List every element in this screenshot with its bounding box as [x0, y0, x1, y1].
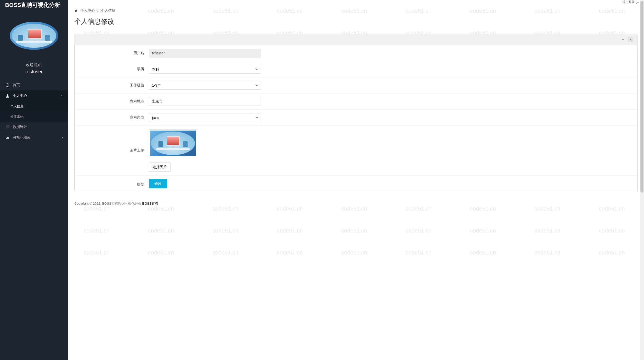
field-submit: 修改	[149, 179, 261, 188]
svg-rect-7	[6, 138, 7, 139]
field-city	[149, 97, 261, 106]
svg-rect-9	[8, 137, 9, 139]
sidebar-item-label: 个人中心	[13, 94, 27, 98]
footer: Copyright © 2022. BOSS直聘数据可视化分析 BOSS直聘	[68, 197, 644, 214]
nav-list: 首页个人中心个人信息修改密码数据统计可视化图表	[0, 80, 68, 143]
welcome-label: 欢迎回来,	[0, 63, 68, 67]
experience-select[interactable]: 1-3年	[149, 81, 261, 90]
label-education: 学历	[80, 67, 149, 72]
field-position: java	[149, 113, 261, 122]
form-row-position: 意向岗位java	[75, 109, 637, 125]
image-preview-wrap	[149, 129, 197, 157]
form-row-submit: 提交修改	[75, 175, 637, 192]
form-body: 用户名学历本科工作经验1-3年意向城市意向岗位java图片上传选择图片提交修改	[75, 45, 637, 192]
logout-label: 退出登录	[623, 0, 635, 4]
sidebar-item-2[interactable]: 数据统计	[0, 122, 68, 132]
welcome-user: testuser	[0, 69, 68, 75]
city-input[interactable]	[149, 97, 261, 106]
form-row-experience: 工作经验1-3年	[75, 77, 637, 93]
chevron-down-icon	[61, 94, 63, 98]
svg-rect-8	[7, 137, 8, 139]
label-city: 意向城市	[80, 99, 149, 104]
field-image: 选择图片	[149, 129, 261, 172]
form-row-username: 用户名	[75, 45, 637, 61]
field-education: 本科	[149, 65, 261, 74]
sidebar-item-label: 首页	[13, 83, 20, 87]
close-panel-button[interactable]: ×	[628, 37, 634, 42]
form-row-education: 学历本科	[75, 61, 637, 77]
breadcrumb-item-0[interactable]: 个人中心	[80, 8, 95, 13]
main-area: 退出登录 个人中心 / 个人信息 个人信息修改 ▾ × 用户名学历本科工作经验1…	[68, 0, 644, 360]
sidebar: BOSS直聘可视化分析 欢迎回来, testuser 首页个人中心个人信息修改密…	[0, 0, 68, 360]
svg-rect-3	[8, 126, 9, 126]
field-experience: 1-3年	[149, 81, 261, 90]
form-row-image: 图片上传选择图片	[75, 125, 637, 175]
chevron-right-icon	[61, 136, 63, 140]
footer-text: Copyright © 2022. BOSS直聘数据可视化分析	[74, 202, 142, 205]
bar-icon	[5, 136, 10, 140]
sidebar-item-1[interactable]: 个人中心	[0, 90, 68, 101]
collapse-icon[interactable]: ▾	[622, 38, 624, 41]
chevron-right-icon	[61, 125, 63, 129]
panel-header: ▾ ×	[75, 34, 637, 45]
logout-icon	[636, 1, 639, 4]
sidebar-item-label: 可视化图表	[13, 135, 31, 140]
brand-title: BOSS直聘可视化分析	[0, 0, 68, 11]
breadcrumb: 个人中心 / 个人信息	[68, 4, 644, 13]
sidebar-sub-item-1-0[interactable]: 个人信息	[0, 101, 68, 111]
breadcrumb-sep: /	[97, 9, 98, 13]
label-position: 意向岗位	[80, 115, 149, 120]
sidebar-sub-item-1-1[interactable]: 修改密码	[0, 111, 68, 122]
svg-rect-6	[8, 127, 9, 127]
sidebar-item-3[interactable]: 可视化图表	[0, 132, 68, 143]
svg-rect-5	[7, 127, 8, 127]
label-experience: 工作经验	[80, 83, 149, 88]
footer-brand: BOSS直聘	[142, 202, 158, 205]
sidebar-item-0[interactable]: 首页	[0, 80, 68, 90]
form-row-city: 意向城市	[75, 93, 637, 109]
label-username: 用户名	[80, 51, 149, 55]
education-select[interactable]: 本科	[149, 65, 261, 74]
breadcrumb-item-1: 个人信息	[101, 8, 115, 13]
position-select[interactable]: java	[149, 113, 261, 122]
svg-rect-1	[6, 126, 7, 126]
topbar: 退出登录	[68, 0, 644, 4]
welcome-block: 欢迎回来, testuser	[0, 55, 68, 80]
logo-wrap	[0, 11, 68, 55]
home-icon	[74, 9, 78, 13]
field-username	[149, 49, 261, 57]
scrollbar-thumb[interactable]	[640, 1, 643, 193]
svg-rect-4	[6, 127, 7, 127]
page-title: 个人信息修改	[68, 13, 644, 31]
scrollbar[interactable]	[640, 0, 644, 360]
label-submit: 提交	[80, 181, 149, 187]
grid-icon	[5, 125, 10, 129]
label-image: 图片上传	[80, 148, 149, 153]
logout-link[interactable]: 退出登录	[623, 0, 639, 4]
form-panel: ▾ × 用户名学历本科工作经验1-3年意向城市意向岗位java图片上传选择图片提…	[74, 34, 638, 192]
image-preview	[150, 131, 196, 156]
svg-rect-2	[7, 126, 8, 126]
username-input	[149, 49, 261, 57]
pick-image-button[interactable]: 选择图片	[149, 162, 171, 172]
submit-button[interactable]: 修改	[149, 179, 167, 188]
user-icon	[5, 94, 10, 98]
sidebar-item-label: 数据统计	[13, 125, 27, 129]
logo-image	[10, 22, 58, 50]
dashboard-icon	[5, 83, 10, 87]
